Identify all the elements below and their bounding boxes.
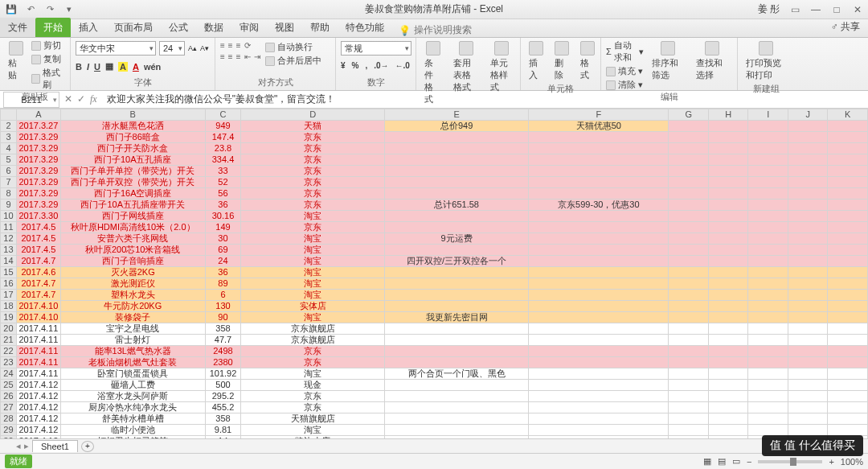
- col-header[interactable]: I: [748, 109, 788, 121]
- align-mid-icon[interactable]: ≡: [228, 41, 233, 50]
- cell[interactable]: 淘宝: [241, 245, 385, 256]
- cell[interactable]: 2017.3.29: [16, 188, 60, 200]
- percent-icon[interactable]: %: [352, 61, 359, 70]
- cell[interactable]: 天猫旗舰店: [241, 413, 385, 425]
- cell[interactable]: 四开双控/三开双控各一个: [384, 256, 528, 267]
- cell[interactable]: [669, 278, 709, 290]
- cell[interactable]: [669, 323, 709, 335]
- cell[interactable]: [384, 267, 528, 278]
- cell[interactable]: 京东: [241, 222, 385, 233]
- cell[interactable]: [669, 368, 709, 380]
- cell[interactable]: [748, 211, 788, 222]
- tell-me[interactable]: 💡 操作说明搜索: [399, 23, 472, 37]
- cell[interactable]: [384, 177, 528, 188]
- row-header[interactable]: 15: [1, 267, 17, 278]
- tab-view[interactable]: 视图: [267, 18, 302, 37]
- row-header[interactable]: 18: [1, 301, 17, 312]
- fill-button[interactable]: 填充 ▾: [606, 65, 644, 77]
- cell[interactable]: 京东: [241, 357, 385, 368]
- cell[interactable]: 2017.4.12: [16, 413, 60, 425]
- cell[interactable]: 36: [205, 200, 241, 211]
- cell[interactable]: 我更新先密目网: [384, 312, 528, 323]
- cell[interactable]: [788, 166, 827, 177]
- cell[interactable]: [669, 143, 709, 154]
- cell[interactable]: 500: [205, 380, 241, 391]
- ribbon-display-options-icon[interactable]: ▭: [789, 4, 800, 15]
- cell[interactable]: 130: [205, 301, 241, 312]
- cell[interactable]: [708, 143, 748, 154]
- cell[interactable]: [748, 154, 788, 166]
- row-header[interactable]: 8: [1, 188, 17, 200]
- col-header[interactable]: A: [16, 109, 60, 121]
- row-header[interactable]: 20: [1, 323, 17, 335]
- cell[interactable]: [708, 402, 748, 413]
- border-button[interactable]: ▦: [105, 61, 113, 72]
- align-center-icon[interactable]: ≡: [228, 52, 233, 61]
- row-header[interactable]: 22: [1, 346, 17, 357]
- cell[interactable]: [828, 312, 868, 323]
- cell[interactable]: [828, 278, 868, 290]
- cell[interactable]: [748, 402, 788, 413]
- cell[interactable]: 京东旗舰店: [241, 323, 385, 335]
- enter-icon[interactable]: ✓: [77, 93, 85, 105]
- nav-left-icon[interactable]: ◂: [16, 441, 21, 451]
- cell[interactable]: [384, 301, 528, 312]
- cell[interactable]: [669, 154, 709, 166]
- cell[interactable]: [788, 132, 827, 143]
- cell[interactable]: [708, 188, 748, 200]
- cell[interactable]: 舒美特水槽单槽: [60, 413, 205, 425]
- cell[interactable]: [384, 188, 528, 200]
- name-box[interactable]: B211: [3, 92, 59, 108]
- cell[interactable]: 2380: [205, 357, 241, 368]
- cell[interactable]: [788, 425, 827, 436]
- fill-color-button[interactable]: A: [118, 62, 128, 72]
- cell[interactable]: 2017.4.7: [16, 256, 60, 267]
- row-header[interactable]: 3: [1, 132, 17, 143]
- insert-button[interactable]: 插入: [526, 39, 547, 83]
- row-header[interactable]: 12: [1, 233, 17, 245]
- cell[interactable]: [708, 200, 748, 211]
- cell[interactable]: 9元运费: [384, 233, 528, 245]
- underline-button[interactable]: U: [94, 62, 100, 72]
- cell[interactable]: 西门子16A空调插座: [60, 188, 205, 200]
- sheet-tab[interactable]: Sheet1: [32, 440, 78, 452]
- row-header[interactable]: 28: [1, 413, 17, 425]
- cell[interactable]: 2017.4.13: [16, 436, 60, 439]
- cell[interactable]: [529, 188, 669, 200]
- cell[interactable]: 24: [205, 256, 241, 267]
- cell[interactable]: [828, 188, 868, 200]
- cell[interactable]: 打扫卫生扫帚簸箕: [60, 436, 205, 439]
- cell[interactable]: 秋叶原HDMI高清线10米（2.0）: [60, 222, 205, 233]
- cell[interactable]: [788, 380, 827, 391]
- col-header[interactable]: B: [60, 109, 205, 121]
- cell[interactable]: 2498: [205, 346, 241, 357]
- delete-button[interactable]: 删除: [551, 39, 572, 83]
- cell[interactable]: 9.81: [205, 425, 241, 436]
- sort-filter-button[interactable]: 排序和筛选: [649, 39, 688, 83]
- cell[interactable]: [788, 346, 827, 357]
- inc-decimal-icon[interactable]: .0→: [374, 61, 388, 70]
- cell[interactable]: 2017.4.10: [16, 301, 60, 312]
- cell[interactable]: 淘宝: [241, 368, 385, 380]
- cell[interactable]: 西门子86暗盒: [60, 132, 205, 143]
- align-top-icon[interactable]: ≡: [220, 41, 225, 50]
- cell[interactable]: [529, 301, 669, 312]
- cell[interactable]: [384, 290, 528, 301]
- cell[interactable]: 2017.4.5: [16, 233, 60, 245]
- cell[interactable]: 6: [205, 290, 241, 301]
- cell[interactable]: [529, 290, 669, 301]
- cell[interactable]: 2017.3.29: [16, 132, 60, 143]
- cell[interactable]: [708, 391, 748, 402]
- cell[interactable]: [788, 233, 827, 245]
- cell[interactable]: [529, 413, 669, 425]
- cell[interactable]: [384, 335, 528, 346]
- cell[interactable]: [529, 278, 669, 290]
- tab-home[interactable]: 开始: [35, 18, 71, 37]
- row-header[interactable]: 13: [1, 245, 17, 256]
- cell[interactable]: 装修袋子: [60, 312, 205, 323]
- copy-button[interactable]: 复制: [31, 53, 65, 65]
- col-header[interactable]: E: [384, 109, 528, 121]
- cell[interactable]: [384, 211, 528, 222]
- cell[interactable]: [828, 143, 868, 154]
- align-bot-icon[interactable]: ≡: [236, 41, 241, 50]
